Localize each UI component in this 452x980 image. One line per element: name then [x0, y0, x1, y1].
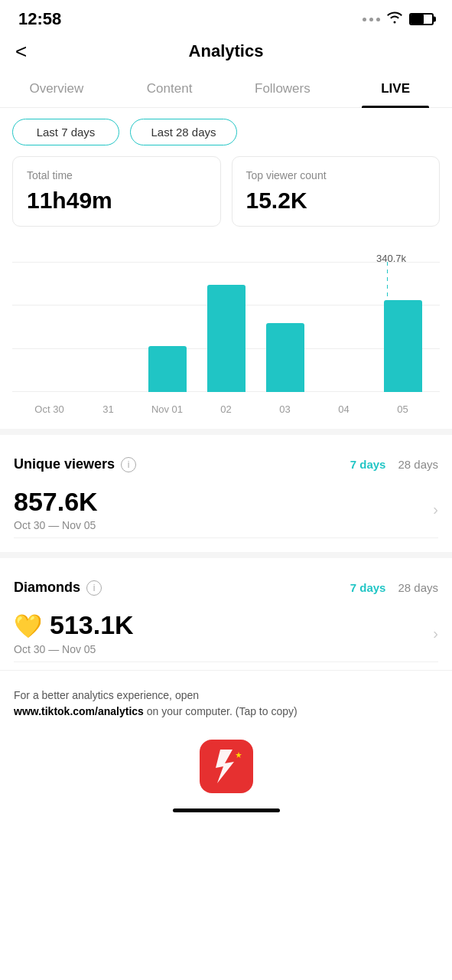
- unique-viewers-header: Unique viewers i 7 days 28 days: [14, 456, 438, 472]
- filter-28days[interactable]: Last 28 days: [130, 119, 237, 145]
- footer-text2: on your computer. (Tap to copy): [144, 705, 298, 717]
- x-label: 31: [79, 403, 138, 415]
- chart-bar: [266, 323, 304, 392]
- x-label: Nov 01: [138, 403, 197, 415]
- diamonds-value-row[interactable]: 💛 513.1K Oct 30 — Nov 05 ›: [14, 605, 438, 662]
- chart-bar: [207, 285, 246, 392]
- chart-bar: [148, 346, 187, 392]
- wifi-icon: [386, 11, 403, 28]
- stat-card-total-time: Total time 11h49m: [12, 156, 221, 227]
- bar-wrapper: [138, 346, 197, 392]
- chart-bar: [384, 300, 422, 392]
- stat-value-top-viewers: 15.2K: [246, 188, 426, 214]
- section-divider-2: [0, 552, 452, 558]
- stat-value-total-time: 11h49m: [27, 188, 206, 214]
- unique-viewers-chevron-right-icon: ›: [433, 501, 438, 518]
- x-label: Oct 30: [20, 403, 79, 415]
- status-time: 12:58: [18, 9, 61, 29]
- period-7days-unique[interactable]: 7 days: [350, 458, 386, 471]
- diamond-icon: 💛: [14, 612, 42, 639]
- unique-viewers-period-toggle: 7 days 28 days: [350, 458, 438, 471]
- page-title: Analytics: [189, 41, 264, 61]
- x-label: 02: [197, 403, 255, 415]
- chart-bars: [12, 262, 440, 392]
- header: < Analytics: [0, 34, 452, 70]
- period-28days-diamonds[interactable]: 28 days: [398, 581, 438, 594]
- footer-link[interactable]: www.tiktok.com/analytics: [14, 705, 144, 717]
- diamonds-chevron-right-icon: ›: [433, 625, 438, 642]
- stats-cards: Total time 11h49m Top viewer count 15.2K: [0, 156, 452, 239]
- footer-text1: For a better analytics experience, open: [14, 689, 199, 701]
- stat-label-top-viewers: Top viewer count: [246, 169, 426, 181]
- status-bar: 12:58: [0, 0, 452, 34]
- bar-wrapper: [373, 300, 432, 392]
- stat-label-total-time: Total time: [27, 169, 206, 181]
- diamonds-period-toggle: 7 days 28 days: [350, 581, 438, 594]
- bar-chart: 340.7k Oct 3031Nov 0102030405: [12, 239, 440, 415]
- x-label: 04: [314, 403, 373, 415]
- filter-buttons: Last 7 days Last 28 days: [0, 108, 452, 156]
- footer-note: For a better analytics experience, open …: [0, 670, 452, 732]
- diamond-value-display: 💛 513.1K: [14, 611, 134, 639]
- chart-section: 340.7k Oct 3031Nov 0102030405: [0, 239, 452, 423]
- metric-title-group: Unique viewers i: [14, 456, 136, 472]
- unique-viewers-info-icon[interactable]: i: [121, 457, 136, 472]
- diamonds-header: Diamonds i 7 days 28 days: [14, 580, 438, 596]
- bottom-bar: [0, 732, 452, 818]
- filter-7days[interactable]: Last 7 days: [12, 119, 119, 145]
- tab-followers[interactable]: Followers: [226, 70, 340, 107]
- section-divider: [0, 429, 452, 435]
- unique-viewers-title: Unique viewers: [14, 456, 115, 472]
- unique-viewers-section: Unique viewers i 7 days 28 days 857.6K O…: [0, 441, 452, 546]
- home-indicator: [173, 808, 280, 812]
- app-icon: [200, 740, 253, 793]
- diamonds-info-icon[interactable]: i: [86, 580, 102, 596]
- diamonds-section: Diamonds i 7 days 28 days 💛 513.1K Oct 3…: [0, 564, 452, 669]
- period-7days-diamonds[interactable]: 7 days: [350, 581, 386, 594]
- x-label: 05: [373, 403, 432, 415]
- diamonds-title: Diamonds: [14, 580, 80, 596]
- tabs-bar: Overview Content Followers LIVE: [0, 70, 452, 108]
- period-28days-unique[interactable]: 28 days: [398, 458, 438, 471]
- tab-content[interactable]: Content: [113, 70, 226, 107]
- unique-viewers-value: 857.6K: [14, 488, 98, 516]
- diamonds-title-group: Diamonds i: [14, 580, 102, 596]
- unique-viewers-value-row[interactable]: 857.6K Oct 30 — Nov 05 ›: [14, 482, 438, 538]
- diamonds-value: 513.1K: [50, 611, 134, 639]
- bar-wrapper: [255, 323, 314, 392]
- diamonds-value-left: 💛 513.1K Oct 30 — Nov 05: [14, 611, 134, 655]
- diamonds-date: Oct 30 — Nov 05: [14, 643, 134, 655]
- signal-dots-icon: [363, 18, 380, 21]
- status-icons: [363, 11, 434, 28]
- battery-icon: [409, 13, 434, 25]
- x-label: 03: [255, 403, 314, 415]
- tab-overview[interactable]: Overview: [0, 70, 113, 107]
- unique-viewers-date: Oct 30 — Nov 05: [14, 519, 98, 531]
- back-button[interactable]: <: [15, 40, 27, 64]
- tab-live[interactable]: LIVE: [339, 70, 452, 107]
- stat-card-top-viewers: Top viewer count 15.2K: [232, 156, 441, 227]
- unique-viewers-value-left: 857.6K Oct 30 — Nov 05: [14, 488, 98, 531]
- chart-x-labels: Oct 3031Nov 0102030405: [12, 403, 440, 415]
- bar-wrapper: [197, 285, 255, 392]
